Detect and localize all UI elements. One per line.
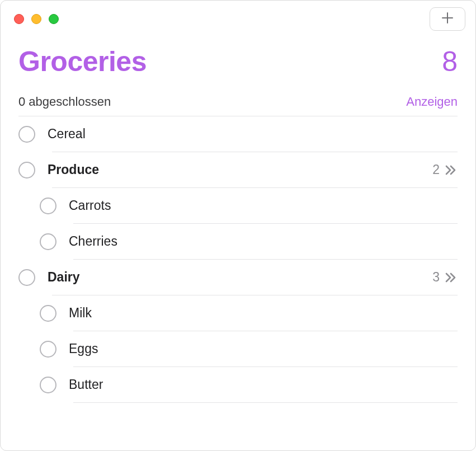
item-label[interactable]: Eggs bbox=[69, 341, 458, 356]
complete-toggle[interactable] bbox=[40, 233, 56, 250]
item-label[interactable]: Carrots bbox=[69, 198, 458, 213]
complete-toggle[interactable] bbox=[40, 341, 56, 358]
traffic-lights bbox=[14, 14, 59, 24]
completed-count-label: 0 abgeschlossen bbox=[18, 95, 111, 109]
divider bbox=[73, 402, 458, 403]
list-item-count: 8 bbox=[442, 45, 458, 78]
complete-toggle[interactable] bbox=[18, 126, 35, 143]
titlebar bbox=[1, 8, 475, 30]
group-label[interactable]: Dairy bbox=[48, 270, 432, 285]
complete-toggle[interactable] bbox=[40, 305, 56, 322]
zoom-window-button[interactable] bbox=[49, 14, 59, 24]
item-label[interactable]: Cherries bbox=[69, 234, 458, 249]
reminders-window: Groceries 8 0 abgeschlossen Anzeigen Cer… bbox=[0, 0, 476, 451]
complete-toggle[interactable] bbox=[40, 198, 56, 214]
item-label[interactable]: Cereal bbox=[48, 126, 458, 142]
list-subitem[interactable]: Milk bbox=[1, 295, 475, 331]
complete-toggle[interactable] bbox=[18, 162, 35, 178]
item-label[interactable]: Butter bbox=[69, 377, 458, 392]
group-subtask-count: 2 bbox=[432, 162, 440, 177]
close-window-button[interactable] bbox=[14, 14, 24, 24]
list-group-produce[interactable]: Produce 2 bbox=[1, 152, 475, 187]
add-reminder-button[interactable] bbox=[430, 7, 465, 31]
expand-subtasks-icon[interactable] bbox=[444, 271, 458, 284]
group-label[interactable]: Produce bbox=[48, 162, 432, 177]
list-title: Groceries bbox=[18, 45, 147, 78]
list-subitem[interactable]: Eggs bbox=[1, 331, 475, 367]
completed-bar: 0 abgeschlossen Anzeigen bbox=[1, 82, 475, 116]
plus-icon bbox=[441, 11, 454, 27]
list-subitem[interactable]: Cherries bbox=[1, 224, 475, 259]
list-group-dairy[interactable]: Dairy 3 bbox=[1, 260, 475, 295]
list-subitem[interactable]: Butter bbox=[1, 367, 475, 402]
list-item[interactable]: Cereal bbox=[1, 116, 475, 152]
show-completed-button[interactable]: Anzeigen bbox=[406, 95, 458, 109]
complete-toggle[interactable] bbox=[18, 269, 35, 286]
list-header: Groceries 8 bbox=[1, 30, 475, 82]
minimize-window-button[interactable] bbox=[31, 14, 41, 24]
group-subtask-count: 3 bbox=[432, 270, 440, 285]
expand-subtasks-icon[interactable] bbox=[444, 164, 458, 176]
item-label[interactable]: Milk bbox=[69, 306, 458, 321]
list-subitem[interactable]: Carrots bbox=[1, 188, 475, 223]
reminders-list: Cereal Produce 2 Carrots Cherries bbox=[1, 116, 475, 403]
complete-toggle[interactable] bbox=[40, 377, 56, 393]
